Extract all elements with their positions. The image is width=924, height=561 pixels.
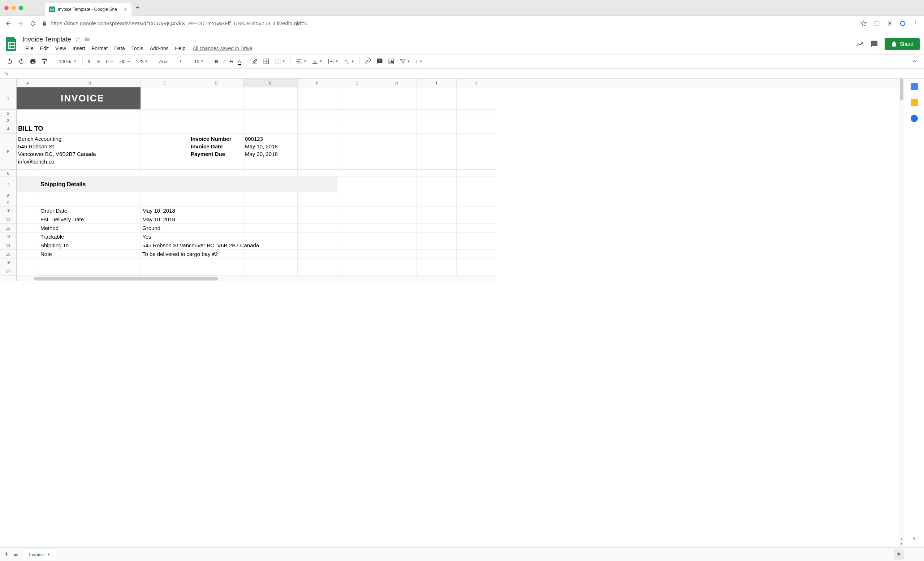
cell-E8[interactable] (243, 192, 298, 199)
explore-button[interactable] (894, 549, 904, 560)
cell-A2[interactable] (16, 110, 39, 117)
increase-decimal-button[interactable]: .00 → (117, 57, 133, 66)
cell-J14[interactable] (457, 241, 496, 250)
cell-F13[interactable] (298, 232, 338, 241)
cell-D11[interactable] (189, 215, 243, 224)
cell-G17[interactable] (338, 267, 377, 276)
cell-I2[interactable] (417, 110, 457, 117)
cell-A4[interactable]: BILL TO (16, 124, 39, 133)
cell-G9[interactable] (338, 199, 377, 206)
cell-J6[interactable] (457, 170, 496, 177)
col-header-H[interactable]: H (377, 79, 417, 87)
menu-view[interactable]: View (52, 44, 69, 53)
cell-B10[interactable]: Order Date (39, 206, 141, 215)
cell-G15[interactable] (338, 250, 377, 259)
format-percent-button[interactable]: % (93, 57, 102, 66)
row-header-7[interactable]: 7 (0, 177, 16, 192)
cell-G4[interactable] (338, 124, 377, 133)
cell-E17[interactable] (243, 267, 298, 276)
row-header-17[interactable]: 17 (0, 267, 16, 276)
cell-F9[interactable] (298, 199, 338, 206)
cell-H1[interactable] (377, 87, 417, 110)
print-button[interactable] (27, 56, 38, 66)
cell-D2[interactable] (189, 110, 243, 117)
cell-A16[interactable] (16, 259, 39, 267)
cell-J1[interactable] (457, 87, 496, 110)
row-header-9[interactable]: 9 (0, 199, 16, 206)
cell-I11[interactable] (417, 215, 457, 224)
cell-I14[interactable] (417, 241, 457, 250)
sheet-tab-invoice[interactable]: Invoice ▼ (23, 549, 56, 560)
cell-I10[interactable] (417, 206, 457, 215)
fill-color-button[interactable] (249, 56, 260, 66)
maximize-window-button[interactable] (19, 6, 23, 10)
format-currency-button[interactable]: $ (86, 57, 93, 66)
sheets-logo-icon[interactable] (4, 37, 19, 51)
cell-E2[interactable] (243, 110, 298, 117)
cell-H6[interactable] (377, 170, 417, 177)
cell-A15[interactable] (16, 250, 39, 259)
insert-chart-button[interactable] (386, 56, 397, 66)
cell-I16[interactable] (417, 259, 457, 267)
cell-D5[interactable]: Invoice Number Invoice Date Payment Due (189, 133, 243, 170)
cell-F12[interactable] (298, 224, 338, 232)
cell-H12[interactable] (377, 224, 417, 232)
bookmark-star-icon[interactable] (860, 20, 867, 27)
cell-E13[interactable] (243, 232, 298, 241)
cell-F7[interactable] (298, 177, 338, 192)
cell-B13[interactable]: Trackable (39, 232, 141, 241)
cell-G8[interactable] (338, 192, 377, 199)
reload-button[interactable] (30, 20, 36, 27)
more-formats-dropdown[interactable]: 123▼ (134, 57, 150, 66)
cell-C13[interactable]: Yes (141, 232, 189, 241)
cell-B14[interactable]: Shipping To (39, 241, 141, 250)
extension-icon-3[interactable] (899, 20, 906, 27)
vertical-align-button[interactable]: ▼ (310, 56, 325, 66)
borders-button[interactable] (261, 56, 272, 66)
cell-C2[interactable] (141, 110, 189, 117)
row-header-3[interactable]: 3 (0, 117, 16, 124)
cell-A11[interactable] (16, 215, 39, 224)
cell-C11[interactable]: May 10, 2018 (141, 215, 189, 224)
cell-B12[interactable]: Method (39, 224, 141, 232)
cell-E15[interactable] (243, 250, 298, 259)
menu-file[interactable]: File (22, 44, 36, 53)
cell-E14[interactable] (243, 241, 298, 250)
cell-A13[interactable] (16, 232, 39, 241)
new-tab-button[interactable]: + (136, 4, 140, 12)
cell-A8[interactable] (16, 192, 39, 199)
cell-H13[interactable] (377, 232, 417, 241)
bold-button[interactable]: B (213, 57, 220, 66)
row-header-2[interactable]: 2 (0, 110, 16, 117)
add-sheet-button[interactable]: + (4, 550, 9, 558)
insert-comment-button[interactable] (374, 56, 385, 66)
cell-H4[interactable] (377, 124, 417, 133)
cell-B9[interactable] (39, 199, 141, 206)
extension-icon-1[interactable] (873, 20, 880, 27)
cell-G3[interactable] (338, 117, 377, 124)
cell-E10[interactable] (243, 206, 298, 215)
cell-J5[interactable] (457, 133, 496, 170)
collapse-toolbar-button[interactable] (909, 56, 920, 66)
move-to-folder-icon[interactable] (84, 36, 90, 42)
strikethrough-button[interactable]: S (228, 57, 235, 66)
cell-F16[interactable] (298, 259, 338, 267)
cell-C5[interactable] (141, 133, 189, 170)
paint-format-button[interactable] (39, 56, 50, 66)
col-header-F[interactable]: F (298, 79, 338, 87)
scroll-down-arrow[interactable]: ▼ (899, 542, 904, 547)
cell-B5[interactable] (39, 133, 141, 170)
cell-I8[interactable] (417, 192, 457, 199)
star-document-icon[interactable] (75, 36, 81, 42)
cell-J7[interactable] (457, 177, 496, 192)
cell-B3[interactable] (39, 117, 141, 124)
cell-J15[interactable] (457, 250, 496, 259)
cell-E7[interactable] (243, 177, 298, 192)
cell-A1[interactable] (16, 87, 39, 110)
cell-E9[interactable] (243, 199, 298, 206)
tasks-addon-icon[interactable] (910, 115, 918, 122)
col-header-I[interactable]: I (417, 79, 457, 87)
browser-tab[interactable]: Invoice Template - Google She × (45, 3, 132, 16)
cell-C14[interactable]: 545 Robson St Vancouver BC, V6B 2B7 Cana… (141, 241, 189, 250)
cell-E12[interactable] (243, 224, 298, 232)
